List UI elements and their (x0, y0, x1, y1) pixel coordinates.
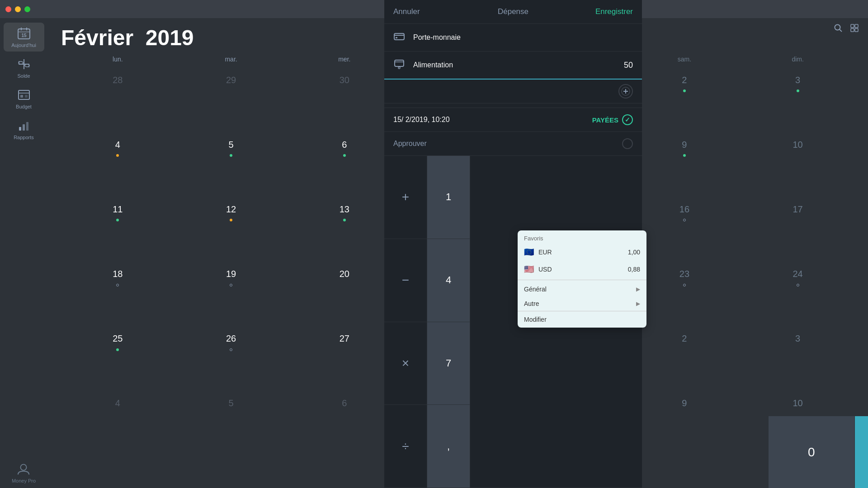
sidebar-reports-label: Rapports (14, 135, 34, 140)
cal-day-5mar[interactable]: 5 (175, 392, 288, 455)
calc-1-button[interactable]: 1 (427, 156, 470, 239)
sidebar-item-balance[interactable]: Solde (4, 53, 44, 82)
day-header-sat: sam. (628, 54, 741, 65)
cal-day-3mar[interactable]: 3 (741, 327, 854, 391)
grid-icon[interactable] (850, 23, 859, 35)
month-label: Février (61, 26, 133, 50)
modifier-button[interactable]: Modifier (518, 311, 646, 328)
category-value: 50 (624, 61, 633, 70)
topbar-icons (825, 18, 868, 40)
maximize-button[interactable] (24, 6, 30, 12)
svg-text:15: 15 (21, 33, 27, 38)
calc-zero-button[interactable]: 0 (769, 416, 855, 488)
account-row[interactable]: Porte-monnaie (384, 24, 642, 52)
autre-group[interactable]: Autre ▶ (518, 296, 646, 311)
datetime-value: 15/ 2/2019, 10:20 (393, 116, 592, 124)
sidebar-item-reports[interactable]: Rapports (4, 115, 44, 144)
eur-code: EUR (538, 249, 623, 256)
reports-icon (17, 118, 31, 133)
svg-rect-26 (396, 37, 397, 38)
autre-label: Autre (524, 300, 539, 307)
eur-rate: 1,00 (628, 249, 640, 256)
calc-minus-button[interactable]: − (384, 239, 427, 322)
svg-point-19 (835, 25, 840, 30)
svg-line-20 (840, 29, 842, 32)
budget-icon (17, 88, 31, 102)
minimize-button[interactable] (15, 6, 21, 12)
cal-day-2mar[interactable]: 2 (628, 327, 741, 391)
calc-4-button[interactable]: 4 (427, 239, 470, 322)
cal-day-28jan[interactable]: 28 (61, 68, 175, 132)
calc-divide-button[interactable]: ÷ (384, 405, 427, 488)
calendar-title: Février 2019 (61, 25, 194, 50)
cancel-button[interactable]: Annuler (393, 7, 473, 16)
svg-rect-22 (855, 24, 858, 28)
svg-rect-11 (19, 90, 29, 99)
account-label: Porte-monnaie (413, 33, 633, 42)
transaction-type-label: Dépense (473, 7, 553, 16)
sidebar-item-today[interactable]: 15 Aujourd'hui (4, 23, 44, 52)
search-icon[interactable] (834, 23, 843, 35)
cal-day-11[interactable]: 11 (61, 197, 175, 261)
svg-rect-27 (395, 60, 404, 66)
cal-day-24[interactable]: 24 (741, 263, 854, 326)
calc-ops-grid: + 1 − 4 × 7 ÷ , (384, 156, 470, 488)
add-category-button[interactable] (618, 84, 633, 99)
sidebar-bottom: Money Pro (12, 462, 36, 483)
cal-day-18[interactable]: 18 (61, 263, 175, 326)
cal-day-9mar[interactable]: 9 (628, 392, 741, 455)
category-row[interactable]: Alimentation 50 (384, 52, 642, 80)
balance-icon (17, 57, 31, 71)
app-name-label: Money Pro (12, 478, 36, 483)
approve-row[interactable]: Approuver (384, 132, 642, 156)
cal-day-12[interactable]: 12 (175, 197, 288, 261)
svg-rect-15 (19, 127, 21, 131)
close-button[interactable] (5, 6, 11, 12)
autre-chevron-icon: ▶ (636, 300, 640, 307)
calc-multiply-button[interactable]: × (384, 322, 427, 405)
cal-day-25[interactable]: 25 (61, 327, 175, 391)
paid-label: PAYÉES (592, 116, 618, 124)
paid-status: PAYÉES ✓ (592, 114, 633, 125)
cal-day-4mar[interactable]: 4 (61, 392, 175, 455)
account-icon (393, 30, 408, 45)
svg-rect-23 (851, 28, 854, 32)
day-header-sun: dim. (741, 54, 854, 65)
calendar-icon: 15 (17, 26, 31, 41)
sidebar-today-label: Aujourd'hui (11, 42, 36, 48)
cal-day-19[interactable]: 19 (175, 263, 288, 326)
sidebar-item-budget[interactable]: Budget (4, 84, 44, 113)
datetime-row[interactable]: 15/ 2/2019, 10:20 PAYÉES ✓ (384, 108, 642, 132)
general-group[interactable]: Général ▶ (518, 282, 646, 296)
spacer (384, 103, 642, 108)
cal-day-9[interactable]: 9 (628, 133, 741, 197)
svg-rect-1 (18, 31, 30, 33)
svg-rect-14 (25, 95, 28, 98)
currency-dropdown: Favoris 🇪🇺 EUR 1,00 🇺🇸 USD 0,88 Général … (518, 230, 646, 328)
cal-day-26[interactable]: 26 (175, 327, 288, 391)
svg-rect-24 (855, 28, 858, 32)
sidebar-budget-label: Budget (16, 104, 32, 109)
save-button[interactable]: Enregistrer (553, 7, 633, 16)
cal-day-17[interactable]: 17 (741, 197, 854, 261)
cal-day-29jan[interactable]: 29 (175, 68, 288, 132)
overlay-header: Annuler Dépense Enregistrer (384, 0, 642, 24)
calc-plus-button[interactable]: + (384, 156, 427, 239)
approve-toggle[interactable] (622, 138, 633, 149)
calc-backspace-button[interactable]: ← (855, 416, 868, 488)
cal-day-2[interactable]: 2 (628, 68, 741, 132)
cal-day-10[interactable]: 10 (741, 133, 854, 197)
add-row (384, 80, 642, 103)
calc-comma-button[interactable]: , (427, 405, 470, 488)
currency-eur[interactable]: 🇪🇺 EUR 1,00 (518, 244, 646, 261)
cal-day-5[interactable]: 5 (175, 133, 288, 197)
cal-day-4[interactable]: 4 (61, 133, 175, 197)
svg-rect-13 (20, 95, 23, 98)
dropdown-divider-1 (518, 280, 646, 280)
calc-7-button[interactable]: 7 (427, 322, 470, 405)
cal-day-3[interactable]: 3 (741, 68, 854, 132)
eur-flag: 🇪🇺 (524, 247, 534, 257)
user-icon (16, 462, 31, 476)
currency-usd[interactable]: 🇺🇸 USD 0,88 (518, 261, 646, 278)
year-label: 2019 (146, 26, 194, 50)
